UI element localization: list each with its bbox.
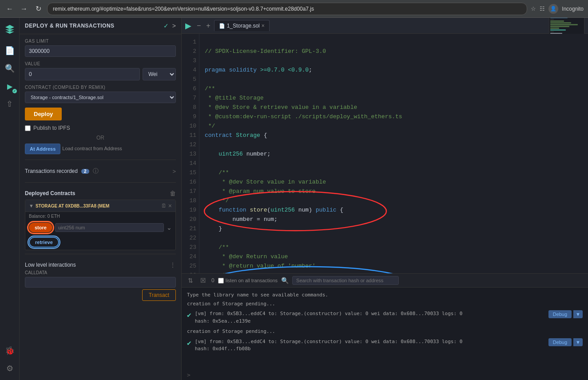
- deploy-badge: ✓: [12, 89, 17, 93]
- clear-contracts-icon[interactable]: 🗑: [170, 190, 176, 197]
- refresh-button[interactable]: ↻: [33, 4, 44, 14]
- store-expand-icon[interactable]: ⌄: [167, 224, 172, 231]
- section-divider-3: [25, 254, 176, 254]
- store-function-button[interactable]: store: [29, 223, 52, 232]
- listen-checkbox[interactable]: [218, 278, 224, 284]
- success-icon-2: ✔: [187, 339, 191, 347]
- deploy-body: GAS LIMIT VALUE Wei Gwei Finney Ether CO…: [20, 34, 181, 305]
- contract-select[interactable]: Storage - contracts/1_Storage.sol: [25, 92, 176, 103]
- deploy-title-icons: ✓ >: [163, 22, 176, 29]
- retrieve-function-button[interactable]: retrieve: [29, 237, 59, 248]
- load-contract-label: Load contract from Address: [62, 144, 176, 154]
- tab-close-icon[interactable]: ×: [262, 23, 265, 29]
- console-search-icon: 🔍: [281, 277, 289, 284]
- console-search-input[interactable]: [292, 276, 399, 285]
- console-init-line2: creation of Storage pending...: [187, 300, 583, 308]
- contract-row: Storage - contracts/1_Storage.sol: [25, 92, 176, 103]
- run-icon[interactable]: ▶: [185, 21, 191, 31]
- tx1-hash: hash: 0x5ea...e139e: [195, 318, 463, 325]
- files-icon[interactable]: 📄: [2, 43, 18, 59]
- console-toolbar: ⇅ ☒ 0 listen on all transactions 🔍: [182, 274, 588, 288]
- profile-label: Incognito: [562, 6, 584, 12]
- balance-label: Balance: 0 ETH: [29, 214, 60, 219]
- at-address-row: At Address Load contract from Address: [25, 144, 176, 154]
- retrieve-fn-row: retrieve: [25, 235, 175, 250]
- back-button[interactable]: ←: [4, 4, 15, 14]
- value-row: Wei Gwei Finney Ether: [25, 68, 176, 80]
- gas-limit-input[interactable]: [25, 45, 176, 57]
- deploy-panel: DEPLOY & RUN TRANSACTIONS ✓ > GAS LIMIT …: [20, 18, 182, 380]
- console-clear-icon[interactable]: ☒: [199, 276, 208, 285]
- debug-btn-2[interactable]: Debug: [548, 338, 572, 346]
- zoom-out-button[interactable]: −: [195, 21, 203, 31]
- listen-checkbox-row: listen on all transactions: [218, 278, 278, 284]
- code-content: // SPDX-License-Identifier: GPL-3.0 prag…: [199, 34, 588, 273]
- info-icon: ⓘ: [93, 167, 99, 175]
- tab-label: 1_Storage.sol: [227, 23, 260, 29]
- settings-icon[interactable]: ⚙: [2, 360, 18, 376]
- instance-collapse-icon[interactable]: ▼: [29, 203, 34, 208]
- low-level-header: Low level interactions ⋮: [25, 258, 176, 270]
- at-address-button[interactable]: At Address: [25, 144, 60, 154]
- browser-chrome: ← → ↻ remix.ethereum.org/#optimize=false…: [0, 0, 588, 18]
- transactions-expand-icon[interactable]: >: [172, 168, 176, 175]
- storage-sol-tab[interactable]: 📄 1_Storage.sol ×: [214, 20, 270, 31]
- contract-instance-header: ▼ STORAGE AT 0XD8B...33FA8 (MEM 🗓 ×: [25, 200, 175, 212]
- app-container: 📄 🔍 ▶ ✓ ⇧ 🐞 ⚙ DEPLOY & RUN TRANSACTIONS …: [0, 18, 588, 380]
- zoom-in-button[interactable]: +: [204, 21, 212, 31]
- bookmark-icon[interactable]: ☆: [531, 5, 536, 12]
- close-instance-icon[interactable]: ×: [168, 202, 172, 209]
- low-level-info-icon[interactable]: ⋮: [170, 261, 176, 268]
- profile-icon[interactable]: 👤: [548, 4, 558, 14]
- url-text: remix.ethereum.org/#optimize=false&runs=…: [53, 6, 314, 12]
- store-fn-row: store ⌄: [25, 220, 175, 235]
- line-numbers: 12345 678910 1112131415 1617181920 21222…: [182, 34, 199, 273]
- or-divider: OR: [25, 135, 176, 141]
- calldata-input[interactable]: [25, 277, 176, 288]
- console-scroll-icon[interactable]: ⇅: [186, 276, 195, 285]
- debug-dropdown-2[interactable]: ▼: [573, 338, 583, 346]
- calldata-label: CALLDATA: [25, 270, 176, 275]
- tab-icon: 📄: [219, 23, 225, 29]
- console-tx1: ✔ [vm] from: 0x5B3...eddC4 to: Storage.(…: [187, 310, 583, 325]
- listen-label: listen on all transactions: [226, 278, 278, 283]
- panel-expand-icon[interactable]: >: [172, 22, 176, 29]
- prompt-symbol: >: [187, 372, 191, 378]
- value-label: VALUE: [25, 61, 176, 66]
- search-icon[interactable]: 🔍: [2, 60, 18, 76]
- editor-tabs: ▶ − + 📄 1_Storage.sol ×: [182, 18, 588, 34]
- publish-ipfs-label: Publish to IPFS: [33, 125, 70, 131]
- console-output: Type the library name to see available c…: [182, 288, 588, 370]
- code-editor[interactable]: 12345 678910 1112131415 1617181920 21222…: [182, 34, 588, 273]
- url-bar[interactable]: remix.ethereum.org/#optimize=false&runs=…: [47, 3, 527, 15]
- console-init-line1: Type the library name to see available c…: [187, 291, 583, 299]
- contract-label: CONTRACT (Compiled by Remix): [25, 85, 176, 90]
- browser-right-icons: ☆ ☷ 👤 Incognito: [531, 4, 584, 14]
- icon-rail: 📄 🔍 ▶ ✓ ⇧ 🐞 ⚙: [0, 18, 20, 380]
- bottom-panel: ⇅ ☒ 0 listen on all transactions 🔍 Type …: [182, 273, 588, 380]
- verified-icon: ✓: [163, 22, 169, 29]
- value-input[interactable]: [25, 68, 140, 80]
- console-pending: creation of Storage pending...: [187, 328, 583, 336]
- debug-tool-icon[interactable]: 🐞: [2, 343, 18, 359]
- section-divider-2: [25, 182, 176, 183]
- tx2-buttons: Debug ▼: [548, 338, 583, 346]
- plugin-icon[interactable]: ⇧: [2, 96, 18, 112]
- success-icon-1: ✔: [187, 311, 191, 319]
- forward-button[interactable]: →: [19, 4, 29, 14]
- transact-button[interactable]: Transact: [142, 289, 176, 301]
- value-unit-select[interactable]: Wei Gwei Finney Ether: [143, 68, 176, 80]
- deploy-panel-title: DEPLOY & RUN TRANSACTIONS: [25, 23, 115, 29]
- debug-dropdown-1[interactable]: ▼: [573, 310, 583, 318]
- extensions-icon[interactable]: ☷: [540, 5, 545, 12]
- deploy-button[interactable]: Deploy: [25, 108, 62, 120]
- debug-btn-1[interactable]: Debug: [548, 310, 572, 318]
- transactions-count: 2: [81, 169, 89, 174]
- transactions-row[interactable]: Transactions recorded 2 ⓘ >: [25, 164, 176, 179]
- contract-instance: ▼ STORAGE AT 0XD8B...33FA8 (MEM 🗓 × Bala…: [25, 200, 176, 250]
- copy-address-icon[interactable]: 🗓: [161, 203, 167, 209]
- remix-logo-icon[interactable]: [2, 21, 18, 37]
- store-param-input[interactable]: [55, 223, 164, 232]
- deploy-icon[interactable]: ▶ ✓: [2, 78, 18, 94]
- publish-ipfs-checkbox[interactable]: [25, 125, 31, 131]
